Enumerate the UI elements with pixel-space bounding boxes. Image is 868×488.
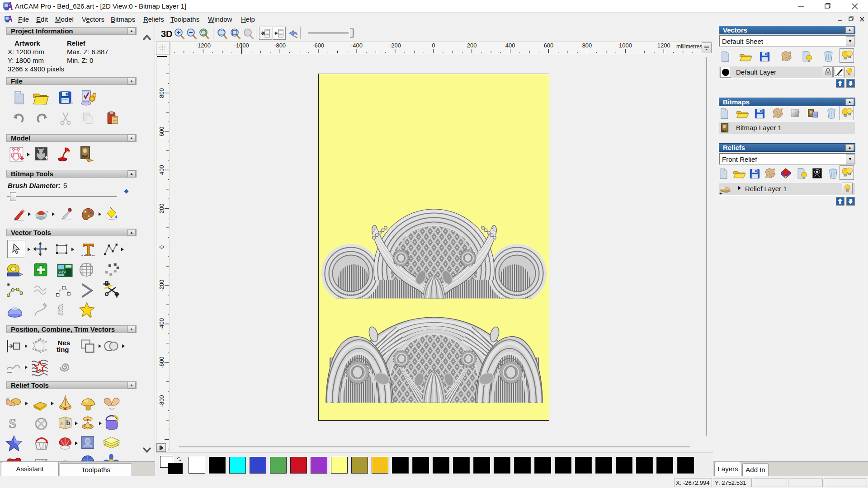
svg-text:-400: -400 <box>351 42 363 49</box>
svg-text:-800: -800 <box>158 395 165 407</box>
svg-text:S: S <box>9 416 16 431</box>
svg-text:-800: -800 <box>274 42 286 49</box>
svg-text:600: 600 <box>158 127 165 136</box>
svg-text:800: 800 <box>582 42 592 49</box>
svg-text:0: 0 <box>432 42 435 49</box>
svg-text:-600: -600 <box>158 357 165 368</box>
svg-text:200: 200 <box>158 204 165 214</box>
svg-text:-400: -400 <box>158 318 165 330</box>
svg-text:1200: 1200 <box>657 42 670 49</box>
svg-text:a: a <box>60 421 63 426</box>
svg-text:0: 0 <box>158 245 165 249</box>
svg-text:200: 200 <box>467 42 477 49</box>
svg-text:ting: ting <box>57 346 69 353</box>
svg-text:-200: -200 <box>389 42 401 49</box>
svg-text:+: + <box>719 191 722 196</box>
svg-text:400: 400 <box>158 165 165 175</box>
svg-text:-1200: -1200 <box>196 42 211 49</box>
svg-text:o n a: o n a <box>38 337 47 344</box>
svg-text:400: 400 <box>505 42 515 49</box>
svg-text:b: b <box>66 419 70 427</box>
svg-text:600: 600 <box>544 42 554 49</box>
svg-text:1000: 1000 <box>619 42 632 49</box>
svg-text:-200: -200 <box>158 280 165 291</box>
svg-text:-600: -600 <box>312 42 324 49</box>
svg-text:800: 800 <box>158 88 165 98</box>
